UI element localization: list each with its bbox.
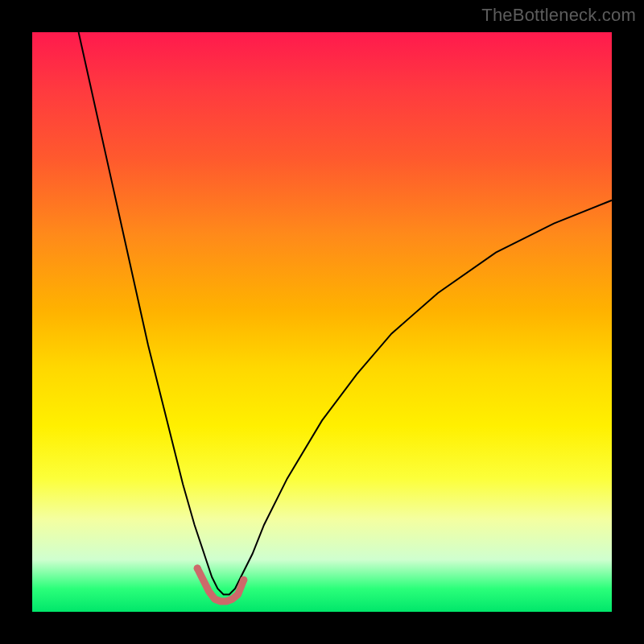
bottleneck-curve-svg bbox=[32, 32, 612, 612]
chart-frame: TheBottleneck.com bbox=[0, 0, 644, 644]
bottleneck-curve bbox=[79, 32, 612, 594]
sweet-spot-markers bbox=[194, 565, 248, 602]
plot-area bbox=[32, 32, 612, 612]
sweet-spot-dot bbox=[240, 576, 247, 584]
watermark-text: TheBottleneck.com bbox=[481, 5, 636, 26]
sweet-spot-dot bbox=[194, 565, 201, 572]
